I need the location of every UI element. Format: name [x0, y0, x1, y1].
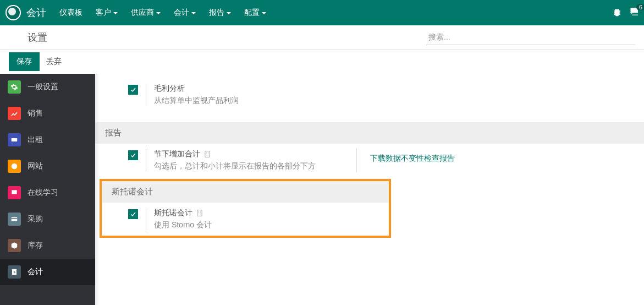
- checkbox-profit-analysis[interactable]: [128, 85, 138, 95]
- topbar-right: 6: [612, 7, 640, 19]
- caret-icon: [156, 12, 161, 14]
- svg-rect-7: [205, 151, 210, 157]
- app-logo-icon[interactable]: [5, 5, 21, 20]
- top-navbar: 会计 仪表板 客户 供应商 会计 报告 配置 6: [0, 0, 644, 25]
- checkbox-subtotals[interactable]: [128, 150, 138, 160]
- building-icon: [196, 209, 203, 217]
- svg-rect-14: [197, 210, 202, 216]
- section-header-report: 报告: [95, 122, 644, 144]
- chart-icon: [8, 107, 21, 120]
- sidebar-item-website[interactable]: 网站: [0, 153, 95, 179]
- building-icon: [203, 150, 211, 158]
- caret-icon: [191, 12, 196, 14]
- setting-title: 斯托诺会计: [154, 208, 378, 218]
- svg-point-1: [12, 164, 18, 170]
- action-bar: 保存 丢弃: [0, 50, 644, 74]
- menu-customers[interactable]: 客户: [96, 8, 118, 18]
- control-panel: 设置: [0, 25, 644, 50]
- sidebar-item-rental[interactable]: 出租: [0, 127, 95, 153]
- sidebar-item-purchase[interactable]: 采购: [0, 206, 95, 232]
- section-header-storno: 斯托诺会计: [102, 181, 389, 203]
- sidebar-item-label: 会计: [27, 267, 43, 277]
- sidebar-item-label: 销售: [27, 108, 43, 118]
- card-icon: [8, 213, 21, 226]
- sidebar-item-general[interactable]: 一般设置: [0, 74, 95, 100]
- svg-rect-4: [12, 218, 18, 219]
- checkbox-storno[interactable]: [128, 209, 138, 219]
- sidebar-item-label: 出租: [27, 135, 43, 145]
- setting-desc: 从结算单中监视产品利润: [154, 96, 633, 106]
- messages-button[interactable]: 6: [630, 7, 640, 19]
- menu-dashboard[interactable]: 仪表板: [59, 8, 82, 18]
- sidebar-item-label: 网站: [27, 161, 43, 171]
- sidebar-item-label: 采购: [27, 214, 43, 224]
- svg-rect-2: [12, 190, 16, 194]
- setting-desc: 勾选后，总计和小计将显示在报告的各部分下方: [154, 161, 345, 171]
- bug-icon[interactable]: [612, 7, 622, 19]
- globe-icon: [8, 160, 21, 173]
- setting-title: 毛利分析: [154, 84, 633, 94]
- book-icon: [8, 186, 21, 199]
- sidebar-item-elearning[interactable]: 在线学习: [0, 179, 95, 206]
- sidebar-item-label: 库存: [27, 241, 43, 250]
- box-icon: [8, 239, 21, 252]
- setting-desc: 使用 Storno 会计: [154, 220, 378, 230]
- storno-highlight: 斯托诺会计 斯托诺会计 使用 Storno 会计: [100, 179, 391, 238]
- menu-config[interactable]: 配置: [244, 8, 266, 18]
- setting-title: 节下增加合计: [154, 149, 345, 159]
- setting-profit-analysis: 毛利分析 从结算单中监视产品利润: [95, 74, 644, 111]
- settings-body: 一般设置 销售 出租 网站 在线学习 采购 库存 $ 会计: [0, 74, 644, 305]
- sidebar-item-label: 在线学习: [27, 188, 58, 198]
- save-button[interactable]: 保存: [9, 52, 40, 71]
- chat-icon: [630, 10, 640, 19]
- sidebar-item-inventory[interactable]: 库存: [0, 232, 95, 259]
- gear-icon: [8, 80, 21, 94]
- settings-content: 毛利分析 从结算单中监视产品利润 报告 节下增加合计 勾选后，总计和小计将显示在…: [95, 74, 644, 305]
- download-integrity-link[interactable]: 下载数据不变性检查报告: [370, 154, 455, 162]
- setting-subtotals: 节下增加合计 勾选后，总计和小计将显示在报告的各部分下方: [95, 144, 356, 177]
- top-menu: 仪表板 客户 供应商 会计 报告 配置: [59, 8, 612, 18]
- menu-accounting[interactable]: 会计: [174, 8, 196, 18]
- caret-icon: [262, 12, 266, 14]
- caret-icon: [113, 12, 118, 14]
- sidebar-item-accounting[interactable]: $ 会计: [0, 259, 95, 285]
- report-columns: 节下增加合计 勾选后，总计和小计将显示在报告的各部分下方 下载数据不变性检查报告: [95, 144, 644, 177]
- caret-icon: [227, 12, 231, 14]
- sidebar-item-label: 一般设置: [27, 82, 58, 92]
- search-input[interactable]: [426, 29, 635, 45]
- money-icon: $: [8, 265, 21, 279]
- menu-reports[interactable]: 报告: [209, 8, 231, 18]
- sidebar-item-sales[interactable]: 销售: [0, 100, 95, 127]
- settings-sidebar: 一般设置 销售 出租 网站 在线学习 采购 库存 $ 会计: [0, 74, 95, 305]
- app-name[interactable]: 会计: [26, 6, 46, 19]
- setting-storno: 斯托诺会计 使用 Storno 会计: [102, 203, 389, 236]
- menu-vendors[interactable]: 供应商: [131, 8, 161, 18]
- messages-badge: 6: [636, 4, 644, 10]
- discard-button[interactable]: 丢弃: [46, 57, 62, 67]
- search-wrap: [426, 29, 635, 45]
- breadcrumb: 设置: [27, 31, 47, 44]
- key-icon: [8, 133, 21, 146]
- svg-rect-0: [12, 138, 18, 141]
